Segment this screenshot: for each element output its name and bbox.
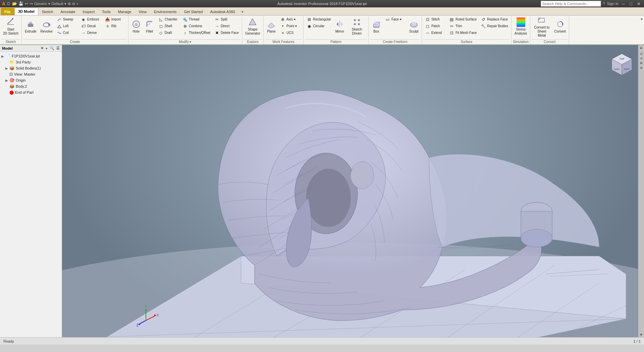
rectangular-btn[interactable]: ⊞ Rectangular: [305, 16, 333, 23]
axis-btn[interactable]: ⊕ Axis ▾: [278, 16, 302, 23]
open-btn[interactable]: 📂: [12, 1, 17, 6]
redo-btn[interactable]: ↪: [30, 1, 33, 6]
help-icon[interactable]: ?: [603, 2, 605, 6]
nav-cube[interactable]: TOP FRONT RIGHT: [608, 51, 635, 78]
scroll-up-btn[interactable]: ▲: [640, 46, 643, 49]
coil-icon: [57, 30, 62, 36]
undo-btn[interactable]: ↩: [25, 1, 28, 6]
circular-btn[interactable]: ◉ Circular: [305, 23, 333, 29]
extrude-btn[interactable]: Extrude: [23, 16, 38, 37]
thicken-btn[interactable]: ↕ Thicken/Offset: [181, 30, 212, 36]
extend-btn[interactable]: ↔ Extend: [423, 30, 447, 36]
model-panel-add-btn[interactable]: +: [46, 46, 48, 50]
rotate-btn[interactable]: ↺: [640, 57, 643, 60]
tree-item-3rdparty[interactable]: 📁 3rd Party: [0, 59, 62, 65]
combine-btn[interactable]: ⊕ Combine: [181, 23, 212, 29]
viewport[interactable]: TOP FRONT RIGHT X Y Z: [62, 45, 644, 337]
tree-item-solidbodies[interactable]: ▶ 📦 Solid Bodies(1): [0, 65, 62, 71]
box-btn[interactable]: Box: [370, 16, 383, 37]
hole-btn[interactable]: Hole: [130, 16, 143, 37]
decal-btn[interactable]: 🏷 Decal: [79, 23, 103, 29]
split-btn[interactable]: ✂ Split: [213, 16, 240, 23]
new-btn[interactable]: 🗋: [7, 1, 11, 6]
tab-sketch[interactable]: Sketch: [38, 8, 57, 15]
scroll-down-btn[interactable]: ▼: [640, 333, 643, 337]
ruled-surface-btn[interactable]: ▤ Ruled Surface: [447, 16, 478, 23]
direct-btn[interactable]: → Direct: [213, 23, 240, 29]
tab-3dmodel[interactable]: 3D Model: [14, 8, 38, 15]
fit-mesh-face-btn[interactable]: ⊡ Fit Mesh Face: [447, 30, 478, 36]
tab-a360[interactable]: Autodesk A360: [207, 8, 239, 15]
convert-btn[interactable]: Convert: [552, 16, 568, 37]
import-btn[interactable]: 📥 Import: [103, 16, 127, 23]
ucs-btn[interactable]: ⌖ UCS: [278, 30, 302, 36]
model-panel-menu-btn[interactable]: ☰: [56, 46, 60, 50]
coil-btn[interactable]: Coil: [55, 30, 78, 36]
rib-btn[interactable]: ≡ Rib: [103, 23, 127, 29]
tab-tools[interactable]: Tools: [98, 8, 114, 15]
replace-face-btn[interactable]: ↺ Replace Face: [479, 16, 510, 23]
mirror-btn[interactable]: Mirror: [333, 16, 346, 37]
tree-expand-solidbodies[interactable]: ▶: [5, 67, 9, 70]
stress-analysis-btn[interactable]: StressAnalysis: [513, 16, 529, 37]
shape-generator-btn[interactable]: ShapeGenerator: [244, 16, 262, 37]
convert-sheet-metal-label: Convert toSheet Metal: [533, 26, 550, 38]
point-icon: •: [280, 24, 285, 29]
search-input[interactable]: [541, 1, 601, 7]
tab-manage[interactable]: Manage: [114, 8, 135, 15]
model-panel-search-btn[interactable]: 🔍: [50, 46, 54, 50]
thread-btn[interactable]: 🔩 Thread: [181, 16, 212, 23]
zoom-fit-btn[interactable]: ⊡: [640, 52, 643, 55]
patch-btn[interactable]: ◻ Patch: [423, 23, 447, 29]
tree-expand-root[interactable]: ▶: [1, 54, 5, 58]
repair-bodies-btn[interactable]: 🔧 Repair Bodies: [479, 23, 510, 29]
trim-btn[interactable]: ✂ Trim: [447, 23, 478, 29]
tab-environments[interactable]: Environments: [150, 8, 180, 15]
tree-item-endofpart[interactable]: ⬤ End of Part: [0, 89, 62, 95]
tree-item-view[interactable]: ⊡ View: Master: [0, 71, 62, 77]
sweep-btn[interactable]: Sweep: [55, 16, 78, 23]
maximize-btn[interactable]: □: [628, 1, 634, 6]
convert-to-sheet-metal-btn[interactable]: Convert toSheet Metal: [532, 16, 552, 37]
ribbon-expand-btn[interactable]: ▾: [240, 9, 245, 15]
save-btn[interactable]: 💾: [18, 1, 23, 6]
ribbon-group-convert: Convert toSheet Metal Convert Convert: [530, 15, 569, 44]
emboss-btn[interactable]: ◈ Emboss: [79, 16, 103, 23]
box-icon: [372, 19, 381, 29]
tab-view[interactable]: View: [135, 8, 150, 15]
tree-item-origin[interactable]: ▶ 🎯 Origin: [0, 77, 62, 83]
ribbon-group-simulation: StressAnalysis Simulation: [512, 15, 530, 44]
sign-in-btn[interactable]: Sign In: [607, 2, 619, 6]
tree-expand-body2: [5, 85, 9, 88]
zoom-btn[interactable]: ⊕: [640, 66, 643, 70]
tab-file[interactable]: File: [1, 8, 14, 15]
ribbon-options-btn[interactable]: ▾: [639, 15, 644, 44]
chamfer-icon: ◺: [158, 17, 164, 22]
chamfer-btn[interactable]: ◺ Chamfer: [157, 16, 180, 23]
tree-item-root[interactable]: ▶ 📄 F1P1D0V1ear.ipt: [0, 53, 62, 59]
plane-btn[interactable]: Plane: [265, 16, 278, 37]
model-panel-close-btn[interactable]: ✕: [41, 46, 44, 50]
tree-item-body2[interactable]: 📦 Body.2: [0, 83, 62, 89]
fillet-btn[interactable]: Fillet: [143, 16, 156, 37]
minimize-btn[interactable]: ─: [621, 1, 626, 6]
tab-annotate[interactable]: Annotate: [57, 8, 79, 15]
close-btn[interactable]: ✕: [636, 1, 642, 6]
tab-get-started[interactable]: Get Started: [180, 8, 206, 15]
modify-small-group2: 🔩 Thread ⊕ Combine ↕ Thicken/Offset: [181, 16, 212, 37]
pan-btn[interactable]: ✥: [640, 61, 643, 65]
shell-btn[interactable]: ◻ Shell: [157, 23, 180, 29]
start-2d-sketch-btn[interactable]: Start2D Sketch: [1, 16, 20, 37]
sculpt-btn[interactable]: Sculpt: [408, 16, 420, 37]
sketch-driven-btn[interactable]: Sketch Driven: [347, 16, 367, 37]
loft-btn[interactable]: Loft: [55, 23, 78, 29]
draft-btn[interactable]: ◇ Draft: [157, 30, 180, 36]
derive-btn[interactable]: → Derive: [79, 30, 103, 36]
point-btn[interactable]: • Point ▾: [278, 23, 302, 29]
tree-expand-origin[interactable]: ▶: [5, 79, 9, 82]
delete-face-btn[interactable]: ✖ Delete Face: [213, 30, 240, 36]
stitch-btn[interactable]: ⊡ Stitch: [423, 16, 447, 23]
tab-inspect[interactable]: Inspect: [79, 8, 98, 15]
revolve-btn[interactable]: Revolve: [39, 16, 54, 37]
face-btn[interactable]: ▭ Face ▾: [383, 16, 407, 23]
